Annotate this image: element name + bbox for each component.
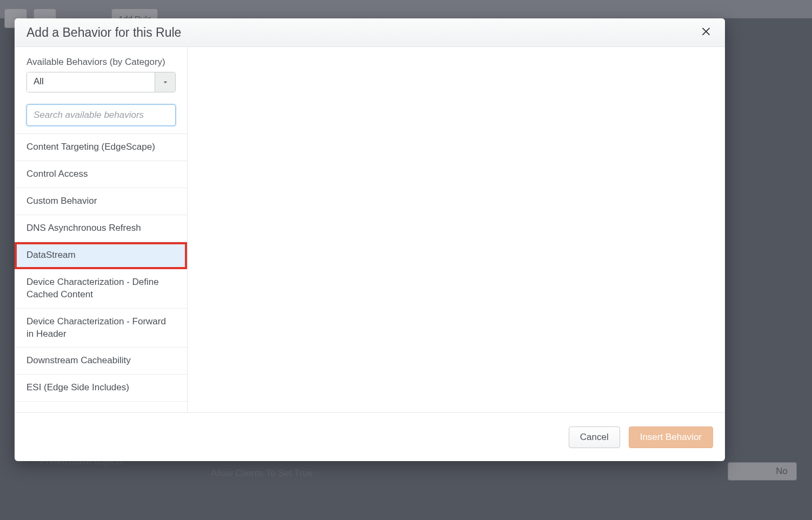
category-select[interactable]: All — [26, 72, 176, 92]
behavior-item[interactable]: DNS Asynchronous Refresh — [15, 215, 187, 242]
chevron-down-icon — [155, 72, 175, 92]
add-behavior-modal: Add a Behavior for this Rule Available B… — [15, 18, 725, 461]
category-select-value: All — [27, 72, 155, 92]
filters-section: Available Behaviors (by Category) All — [15, 47, 187, 134]
behavior-detail-pane — [188, 47, 725, 412]
behavior-item[interactable]: Control Access — [15, 161, 187, 188]
behavior-picker-pane: Available Behaviors (by Category) All Co… — [15, 47, 188, 412]
cancel-button[interactable]: Cancel — [569, 426, 620, 448]
close-icon — [700, 25, 712, 37]
behavior-list: Content Targeting (EdgeScape)Control Acc… — [15, 134, 187, 402]
behavior-item[interactable]: ESI (Edge Side Includes) — [15, 375, 187, 402]
category-label: Available Behaviors (by Category) — [26, 57, 175, 68]
behavior-item[interactable]: DataStream — [15, 242, 187, 269]
behavior-item[interactable]: Device Characterization - Forward in Hea… — [15, 309, 187, 348]
modal-body: Available Behaviors (by Category) All Co… — [15, 47, 725, 412]
modal-footer: Cancel Insert Behavior — [15, 412, 725, 461]
behavior-item[interactable]: Content Targeting (EdgeScape) — [15, 134, 187, 161]
modal-title: Add a Behavior for this Rule — [26, 25, 181, 40]
behavior-item[interactable]: Custom Behavior — [15, 188, 187, 215]
behavior-item[interactable]: Device Characterization - Define Cached … — [15, 269, 187, 309]
search-input[interactable] — [26, 104, 176, 126]
insert-behavior-button[interactable]: Insert Behavior — [629, 426, 713, 448]
close-button[interactable] — [700, 25, 715, 40]
behavior-item[interactable]: Downstream Cacheability — [15, 348, 187, 375]
modal-header: Add a Behavior for this Rule — [15, 18, 725, 47]
